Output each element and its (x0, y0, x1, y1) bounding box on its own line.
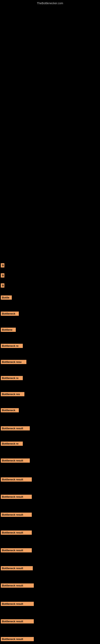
bottleneck-result-label: Bottleneck (1, 408, 19, 412)
result-row-1: B (0, 263, 4, 268)
bottleneck-result-label: Bottleneck re (1, 442, 23, 446)
bottleneck-result-label: Bottleneck result (1, 619, 34, 624)
bottleneck-result-label: Bottleneck result (1, 637, 34, 641)
result-row-14: Bottleneck result (0, 458, 30, 464)
bottleneck-result-label: Bottleneck result (1, 458, 30, 463)
result-row-22: Bottleneck result (0, 602, 34, 607)
result-row-8: Bottleneck resu (0, 360, 26, 365)
bottleneck-result-label: Bottleneck result (1, 426, 30, 430)
site-title: TheBottlenecker.com (0, 0, 100, 6)
result-row-19: Bottleneck result (0, 548, 32, 553)
bottleneck-result-label: Bottleneck result (1, 548, 32, 552)
bottleneck-result-label: Bottleneck result (1, 584, 34, 588)
bottleneck-result-label: Bottleneck resu (1, 360, 26, 364)
bottleneck-result-label: Bottleneck res (1, 392, 24, 396)
bottleneck-result-label: B (1, 263, 4, 268)
bottleneck-result-label: Bottleneck result (1, 530, 32, 535)
bottleneck-result-label: Bottle (1, 296, 12, 300)
bottleneck-result-label: Bottleneck result (1, 602, 34, 606)
bottleneck-result-label: Bottleneck re (1, 344, 23, 348)
result-row-18: Bottleneck result (0, 530, 32, 536)
result-row-24: Bottleneck result (0, 637, 34, 642)
bottleneck-result-label: B (1, 283, 4, 288)
result-row-2: B (0, 273, 4, 278)
bottleneck-result-label: Bottlene (1, 328, 16, 332)
result-row-3: B (0, 283, 4, 288)
result-row-10: Bottleneck res (0, 392, 24, 397)
bottleneck-result-label: B (1, 273, 4, 278)
result-row-4: Bottle (0, 296, 12, 300)
bottleneck-result-label: Bottleneck (1, 312, 19, 316)
bottleneck-result-label: Bottleneck result (1, 566, 33, 570)
result-row-12: Bottleneck result (0, 426, 30, 431)
result-row-21: Bottleneck result (0, 584, 34, 588)
result-row-23: Bottleneck result (0, 619, 34, 624)
result-row-17: Bottleneck result (0, 512, 32, 518)
bottleneck-result-label: Bottleneck result (1, 477, 32, 482)
result-row-11: Bottleneck (0, 408, 19, 413)
bottleneck-result-label: Bottleneck result (1, 495, 32, 499)
bottleneck-result-label: Bottleneck result (1, 512, 32, 517)
result-row-20: Bottleneck result (0, 566, 33, 571)
result-row-9: Bottleneck re (0, 376, 23, 381)
result-row-16: Bottleneck result (0, 495, 32, 500)
result-row-7: Bottleneck re (0, 344, 23, 349)
result-row-15: Bottleneck result (0, 477, 32, 482)
result-row-6: Bottlene (0, 328, 16, 333)
bottleneck-result-label: Bottleneck re (1, 376, 23, 380)
result-row-13: Bottleneck re (0, 442, 23, 446)
result-row-5: Bottleneck (0, 312, 19, 316)
